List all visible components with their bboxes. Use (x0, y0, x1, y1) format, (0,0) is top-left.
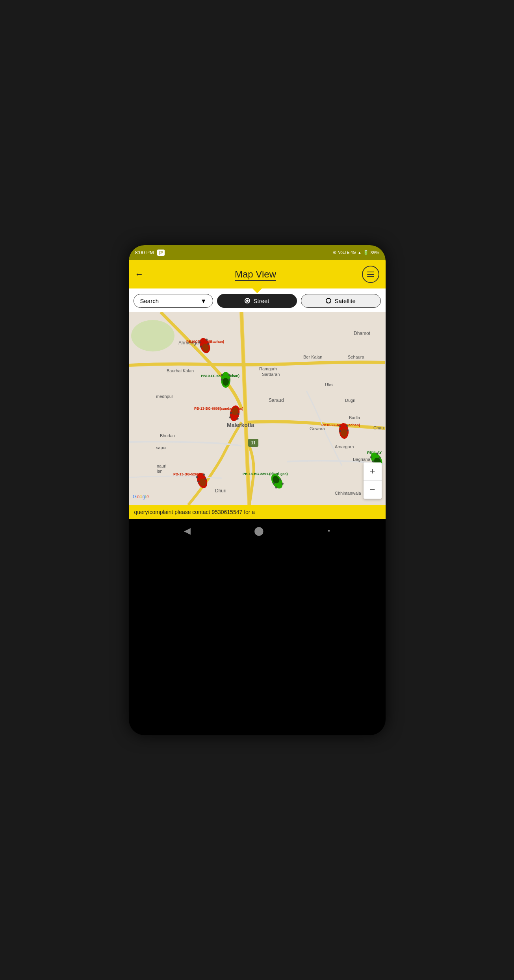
svg-text:11: 11 (251, 441, 256, 445)
svg-text:Malerkotla: Malerkotla (227, 422, 254, 428)
svg-text:Uksi: Uksi (325, 382, 333, 387)
footer-bar: query/complaint please contact 953061554… (129, 505, 386, 519)
svg-point-36 (223, 378, 229, 386)
street-radio (245, 298, 250, 303)
svg-text:sapur: sapur (156, 445, 167, 450)
svg-text:Sardaran: Sardaran (262, 372, 280, 377)
svg-text:Badla: Badla (349, 415, 360, 420)
zoom-out-button[interactable]: − (364, 481, 382, 499)
menu-line-2 (367, 274, 374, 275)
status-icons: ⊙ VoLTE 4G ▲ 🔋 35% (333, 250, 379, 255)
back-button[interactable]: ← (135, 269, 149, 279)
svg-rect-37 (228, 379, 230, 381)
svg-rect-51 (346, 429, 348, 431)
svg-text:Dhamot: Dhamot (354, 331, 371, 336)
header-title: Map View (149, 269, 362, 280)
battery-percent: 35% (370, 250, 379, 255)
status-parking: P (157, 250, 165, 256)
svg-text:Sehaura: Sehaura (348, 355, 364, 359)
search-button[interactable]: Search ▼ (134, 294, 213, 308)
menu-button[interactable] (362, 266, 379, 283)
svg-text:Amargarh: Amargarh (335, 444, 354, 449)
svg-text:Ber Kalan: Ber Kalan (303, 355, 322, 359)
svg-text:lan: lan (157, 469, 163, 473)
svg-text:Baurhai Kalan: Baurhai Kalan (167, 368, 194, 373)
satellite-radio (326, 298, 331, 303)
svg-text:Bagriana: Bagriana (353, 457, 371, 462)
svg-rect-38 (221, 379, 223, 381)
header-pointer (252, 288, 263, 293)
svg-rect-39 (228, 374, 230, 376)
nav-home-button[interactable]: ⬤ (254, 526, 264, 536)
satellite-label: Satellite (334, 298, 355, 304)
nav-recent-button[interactable]: ▪ (328, 527, 330, 535)
svg-text:PB10-FF-6858(Bachan): PB10-FF-6858(Bachan) (201, 374, 239, 378)
svg-rect-53 (346, 425, 348, 427)
map-container[interactable]: 11 Ahmedgarh Dhamot Baurhai Kalan Ramgar… (129, 312, 386, 505)
svg-text:Ramgarh: Ramgarh (259, 366, 277, 371)
nav-back-button[interactable]: ◀ (184, 526, 191, 536)
svg-text:Chau: Chau (373, 425, 384, 430)
phone-frame: 8:00 PM P ⊙ VoLTE 4G ▲ 🔋 35% ← Map View … (129, 245, 386, 735)
svg-point-1 (131, 320, 174, 351)
zoom-controls: + − (364, 462, 382, 499)
street-view-button[interactable]: Street (217, 294, 297, 308)
street-label: Street (253, 298, 269, 304)
status-time: 8:00 PM (135, 250, 154, 255)
svg-text:nauri: nauri (157, 464, 166, 468)
svg-text:PB-13-BG-8891.(dhuri-gas): PB-13-BG-8891.(dhuri-gas) (243, 472, 288, 476)
menu-line-3 (367, 276, 374, 277)
wifi-icon: ⊙ (333, 250, 336, 255)
status-bar: 8:00 PM P ⊙ VoLTE 4G ▲ 🔋 35% (129, 245, 386, 260)
footer-text: query/complaint please contact 953061554… (134, 509, 255, 515)
svg-text:Google: Google (133, 494, 149, 499)
svg-rect-40 (221, 374, 223, 376)
dropdown-icon: ▼ (200, 298, 206, 304)
svg-text:Dugri: Dugri (345, 398, 355, 403)
app-header: ← Map View (129, 260, 386, 288)
nav-bar: ◀ ⬤ ▪ (129, 519, 386, 543)
street-radio-dot (246, 300, 249, 302)
svg-text:Bhudan: Bhudan (160, 433, 175, 438)
svg-text:medhpur: medhpur (156, 394, 173, 399)
svg-text:Dhuri: Dhuri (215, 488, 226, 494)
menu-line-1 (367, 272, 374, 272)
search-label: Search (140, 298, 159, 304)
svg-text:Saraud: Saraud (269, 398, 284, 403)
svg-rect-54 (338, 425, 340, 427)
svg-text:Chhintanwala: Chhintanwala (335, 491, 362, 496)
network-icon: VoLTE 4G (338, 250, 356, 255)
google-logo: Google (133, 492, 156, 502)
zoom-in-button[interactable]: + (364, 462, 382, 481)
svg-rect-52 (339, 430, 341, 432)
satellite-view-button[interactable]: Satellite (301, 294, 381, 308)
battery-icon: 🔋 (363, 250, 369, 255)
signal-icon: ▲ (358, 250, 362, 255)
